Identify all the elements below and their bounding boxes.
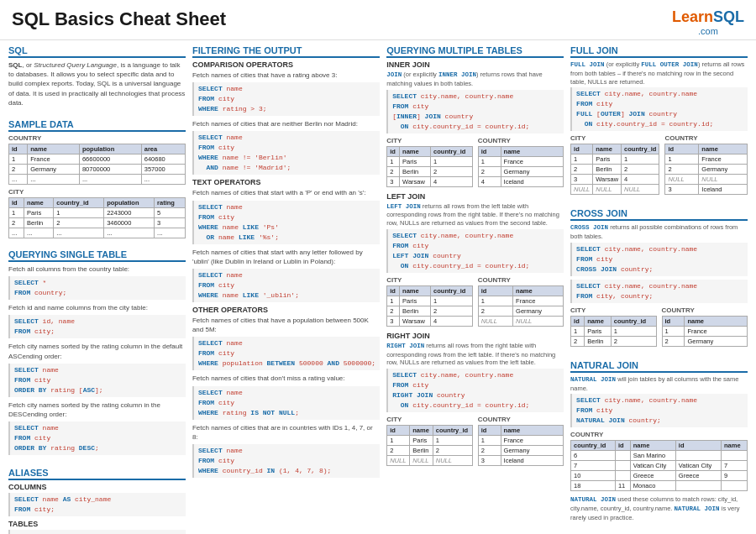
country-table: idnamepopulationarea 1France666000006406… bbox=[8, 144, 186, 185]
column-4: FULL JOIN FULL JOIN (or explicitly FULL … bbox=[570, 45, 748, 534]
text-op-code2: SELECT name FROM city WHERE name LIKE '_… bbox=[192, 269, 380, 302]
left-join-city-wrap: CITY idnamecountry_id 1Paris1 2Berlin2 3… bbox=[386, 276, 472, 328]
inner-join-subtitle: INNER JOIN bbox=[386, 60, 564, 69]
tables-subtitle: TABLES bbox=[8, 520, 186, 528]
comparison-ops-subtitle: COMPARISON OPERATORS bbox=[192, 60, 380, 69]
right-join-subtitle: RIGHT JOIN bbox=[386, 332, 564, 340]
other-op-desc1: Fetch names of cities that have a popula… bbox=[192, 316, 380, 334]
cross-join-country-wrap: COUNTRY idname 1France 2Germany bbox=[662, 306, 748, 348]
sql-section-title: SQL bbox=[8, 45, 186, 58]
sql-description: SQL, or Structured Query Language, is a … bbox=[8, 60, 186, 107]
natural-country-table: country_ididnameidname 6San Marino 7Vati… bbox=[570, 440, 748, 491]
fetch-all-desc: Fetch all columns from the country table… bbox=[8, 264, 186, 274]
cross-city-label: CITY bbox=[570, 306, 656, 314]
cross-city-table: idnamecountry_id 1Paris1 2Berlin2 bbox=[570, 316, 656, 347]
left-join-country-wrap: COUNTRY idname 1France 2Germany NULLNULL bbox=[478, 276, 564, 328]
right-city-label: CITY bbox=[386, 416, 472, 423]
cross-country-label: COUNTRY bbox=[662, 306, 748, 314]
full-join-tables: CITY idnamecountry_id 1Paris1 2Berlin2 3… bbox=[570, 134, 748, 196]
filtering-section: FILTERING THE OUTPUT COMPARISON OPERATOR… bbox=[192, 45, 380, 481]
sample-data-title: SAMPLE DATA bbox=[8, 119, 186, 132]
fetch-all-code: SELECT * FROM country; bbox=[8, 276, 186, 300]
natural-join-table-wrap: COUNTRY country_ididnameidname 6San Mari… bbox=[570, 431, 748, 493]
right-join-note: RIGHT JOIN returns all rows from the rig… bbox=[386, 342, 564, 367]
right-country-table: idname 1France 2Germany 3Iceland bbox=[478, 425, 564, 466]
fetch-asc-desc: Fetch city names sorted by the rating co… bbox=[8, 342, 186, 360]
cross-join-title: CROSS JOIN bbox=[570, 208, 748, 221]
full-join-city-wrap: CITY idnamecountry_id 1Paris1 2Berlin2 3… bbox=[570, 134, 659, 196]
aliases-section: ALIASES COLUMNS SELECT name AS city_name… bbox=[8, 468, 186, 534]
other-op-desc3: Fetch names of cities that are in countr… bbox=[192, 423, 380, 442]
full-city-label: CITY bbox=[570, 134, 659, 142]
text-op-code1: SELECT name FROM city WHERE name LIKE 'P… bbox=[192, 201, 380, 244]
full-country-table: idname 1France 2Germany NULLNULL 3Icelan… bbox=[664, 144, 748, 195]
right-join-code: SELECT city.name, country.name FROM city… bbox=[386, 369, 564, 412]
right-city-table: idnamecountry_id 1Paris1 2Berlin2 NULLNU… bbox=[386, 425, 472, 466]
aliases-title: ALIASES bbox=[8, 468, 186, 480]
filtering-title: FILTERING THE OUTPUT bbox=[192, 45, 380, 58]
inner-city-label: CITY bbox=[386, 137, 472, 144]
column-3: QUERYING MULTIPLE TABLES INNER JOIN JOIN… bbox=[386, 45, 564, 534]
inner-join-tables: CITY idnamecountry_id 1Paris1 2Berlin2 3… bbox=[386, 137, 564, 189]
other-op-code3: SELECT name FROM city WHERE country_id I… bbox=[192, 444, 380, 478]
querying-multiple-section: QUERYING MULTIPLE TABLES INNER JOIN JOIN… bbox=[386, 45, 564, 470]
not-berlin-code: SELECT name FROM city WHERE name != 'Ber… bbox=[192, 131, 380, 175]
querying-single-section: QUERYING SINGLE TABLE Fetch all columns … bbox=[8, 249, 186, 458]
natural-join-section: NATURAL JOIN NATURAL JOIN will join tabl… bbox=[570, 360, 748, 524]
full-join-section: FULL JOIN FULL JOIN (or explicitly FULL … bbox=[570, 45, 748, 199]
left-country-table: idname 1France 2Germany NULLNULL bbox=[478, 285, 564, 327]
natural-join-code: SELECT city.name, country.name FROM city… bbox=[570, 394, 748, 427]
inner-country-table: idname 1France 2Germany 4Iceland bbox=[478, 146, 564, 187]
left-join-subtitle: LEFT JOIN bbox=[386, 192, 564, 201]
country-table-label: COUNTRY bbox=[8, 134, 186, 142]
city-table: idnamecountry_idpopulationrating 1Paris1… bbox=[8, 197, 186, 238]
sample-data-section: SAMPLE DATA COUNTRY idnamepopulationarea… bbox=[8, 119, 186, 240]
fetch-desc-desc: Fetch city names sorted by the rating co… bbox=[8, 400, 186, 419]
cross-join-section: CROSS JOIN CROSS JOIN returns all possib… bbox=[570, 208, 748, 351]
full-city-table: idnamecountry_id 1Paris1 2Berlin2 3Warsa… bbox=[570, 144, 659, 195]
logo-com: .com bbox=[672, 26, 744, 36]
other-ops-subtitle: OTHER OPERATORS bbox=[192, 306, 380, 314]
cross-join-code2: SELECT city.name, country.name FROM city… bbox=[570, 280, 748, 303]
page-title: SQL Basics Cheat Sheet bbox=[12, 8, 226, 30]
inner-join-code: SELECT city.name, country.name FROM city… bbox=[386, 90, 564, 134]
cross-join-code1: SELECT city.name, country.name FROM city… bbox=[570, 243, 748, 276]
right-country-label: COUNTRY bbox=[478, 416, 564, 423]
full-join-country-wrap: COUNTRY idname 1France 2Germany NULLNULL… bbox=[664, 134, 748, 196]
inner-city-table: idnamecountry_id 1Paris1 2Berlin2 3Warsa… bbox=[386, 146, 472, 187]
column-2: FILTERING THE OUTPUT COMPARISON OPERATOR… bbox=[192, 45, 380, 534]
sql-section: SQL SQL, or Structured Query Language, i… bbox=[8, 45, 186, 110]
querying-multiple-title: QUERYING MULTIPLE TABLES bbox=[386, 45, 564, 58]
natural-join-note: NATURAL JOIN will join tables by all col… bbox=[570, 375, 748, 393]
left-join-tables: CITY idnamecountry_id 1Paris1 2Berlin2 3… bbox=[386, 276, 564, 328]
cross-country-table: idname 1France 2Germany bbox=[662, 316, 748, 347]
right-join-city-wrap: CITY idnamecountry_id 1Paris1 2Berlin2 N… bbox=[386, 416, 472, 468]
left-country-label: COUNTRY bbox=[478, 276, 564, 284]
comp-op-desc: Fetch names of cities that have a rating… bbox=[192, 71, 380, 80]
column-1: SQL SQL, or Structured Query Language, i… bbox=[8, 45, 186, 534]
inner-country-label: COUNTRY bbox=[478, 137, 564, 144]
fetch-asc-code: SELECT name FROM city ORDER BY rating [A… bbox=[8, 364, 186, 397]
other-op-code1: SELECT name FROM city WHERE population B… bbox=[192, 337, 380, 370]
cross-join-city-wrap: CITY idnamecountry_id 1Paris1 2Berlin2 bbox=[570, 306, 656, 348]
inner-join-note: JOIN (or explicitly INNER JOIN) returns … bbox=[386, 71, 564, 88]
page: SQL Basics Cheat Sheet LearnSQL .com SQL… bbox=[0, 0, 756, 534]
columns-subtitle: COLUMNS bbox=[8, 483, 186, 491]
right-join-tables: CITY idnamecountry_id 1Paris1 2Berlin2 N… bbox=[386, 416, 564, 468]
text-op-desc1: Fetch names of cities that start with a … bbox=[192, 188, 380, 197]
fetch-id-name-code: SELECT id, name FROM city; bbox=[8, 315, 186, 338]
left-join-note: LEFT JOIN returns all rows from the left… bbox=[386, 202, 564, 228]
natural-join-title: NATURAL JOIN bbox=[570, 360, 748, 373]
logo-learn: Learn bbox=[672, 8, 713, 25]
natural-join-tables: COUNTRY country_ididnameidname 6San Mari… bbox=[570, 431, 748, 493]
inner-join-city-wrap: CITY idnamecountry_id 1Paris1 2Berlin2 3… bbox=[386, 137, 472, 189]
cross-join-tables: CITY idnamecountry_id 1Paris1 2Berlin2 C… bbox=[570, 306, 748, 348]
full-join-title: FULL JOIN bbox=[570, 45, 748, 58]
text-ops-subtitle: TEXT OPERATORS bbox=[192, 178, 380, 186]
fetch-id-name-desc: Fetch id and name columns from the city … bbox=[8, 303, 186, 312]
columns-code: SELECT name AS city_name FROM city; bbox=[8, 493, 186, 516]
cross-join-note: CROSS JOIN returns all possible combinat… bbox=[570, 223, 748, 241]
full-join-code: SELECT city.name, country.name FROM city… bbox=[570, 87, 748, 131]
left-city-table: idnamecountry_id 1Paris1 2Berlin2 3Warsa… bbox=[386, 285, 472, 327]
header: SQL Basics Cheat Sheet LearnSQL .com bbox=[0, 0, 756, 40]
